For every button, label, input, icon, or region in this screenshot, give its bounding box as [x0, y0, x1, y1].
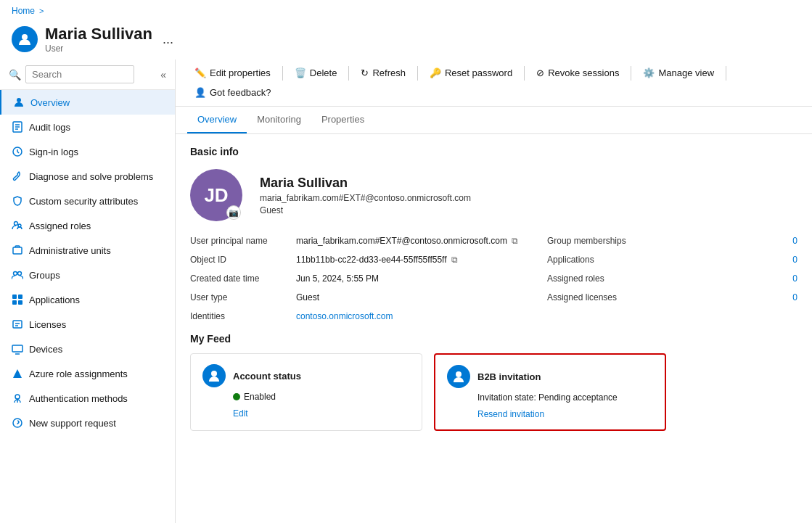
refresh-icon: ↻	[361, 67, 369, 78]
tab-overview[interactable]: Overview	[187, 107, 247, 133]
account-edit-link[interactable]: Edit	[233, 408, 248, 419]
key-icon: 🔑	[430, 67, 441, 78]
svg-point-26	[456, 371, 462, 377]
prop-upn: User principal name maria_fabrikam.com#E…	[190, 236, 518, 246]
sidebar-item-azure-roles[interactable]: Azure role assignments	[0, 361, 175, 386]
svg-rect-15	[18, 300, 22, 305]
apps-icon	[12, 294, 23, 305]
account-card-header: Account status	[202, 364, 410, 387]
svg-rect-14	[12, 300, 17, 305]
sidebar-item-azure-label: Azure role assignments	[29, 368, 128, 379]
roles-icon	[12, 220, 23, 231]
stat-assigned-roles: Assigned roles 0	[547, 273, 797, 284]
delete-icon: 🗑️	[295, 67, 306, 78]
properties-right: Group memberships 0 Applications 0 Assig…	[518, 236, 797, 321]
identities-link[interactable]: contoso.onmicrosoft.com	[296, 311, 393, 321]
sidebar-item-security-label: Custom security attributes	[29, 196, 138, 207]
sidebar-item-assigned-roles[interactable]: Assigned roles	[0, 213, 175, 238]
my-feed-title: My Feed	[190, 333, 797, 345]
camera-icon[interactable]: 📷	[226, 205, 241, 220]
sidebar-item-applications[interactable]: Applications	[0, 287, 175, 312]
sidebar-item-diagnose-label: Diagnose and solve problems	[29, 171, 153, 182]
svg-point-22	[15, 395, 20, 399]
manage-icon: ⚙️	[643, 67, 655, 78]
sidebar-item-groups-label: Groups	[29, 270, 60, 281]
edit-properties-button[interactable]: ✏️ Edit properties	[187, 64, 278, 82]
sidebar-item-audit-logs[interactable]: Audit logs	[0, 115, 175, 139]
header-title-block: Maria Sullivan User	[45, 25, 152, 54]
user-details: Maria Sullivan maria_fabrikam.com#EXT#@c…	[260, 169, 471, 221]
toolbar-separator-5	[631, 66, 631, 81]
reset-password-button[interactable]: 🔑 Reset password	[422, 64, 520, 82]
main-layout: 🔍 « Overview Audit logs Sign	[0, 59, 812, 523]
prop-object-id: Object ID 11bb11bb-cc22-dd33-ee44-55ff55…	[190, 255, 518, 265]
devices-icon	[12, 343, 23, 355]
sidebar-item-licenses[interactable]: Licenses	[0, 312, 175, 337]
groups-icon	[12, 269, 23, 281]
b2b-card-title: B2B invitation	[477, 371, 541, 382]
account-card-avatar	[202, 364, 226, 387]
tab-monitoring[interactable]: Monitoring	[247, 107, 311, 133]
sidebar-item-admin-units[interactable]: Administrative units	[0, 238, 175, 263]
app-container: Home > Maria Sullivan User ... 🔍 « Overv	[0, 0, 812, 523]
revoke-sessions-button[interactable]: ⊘ Revoke sessions	[529, 64, 626, 82]
toolbar-separator-2	[348, 66, 349, 81]
azure-icon	[12, 368, 23, 379]
sidebar-item-auth-methods[interactable]: Authentication methods	[0, 386, 175, 411]
sidebar-item-support[interactable]: New support request	[0, 411, 175, 435]
search-box: 🔍 «	[0, 59, 175, 90]
resend-invitation-link[interactable]: Resend invitation	[477, 409, 544, 419]
basic-info-title: Basic info	[190, 146, 797, 157]
tab-properties[interactable]: Properties	[311, 107, 374, 133]
more-options-button[interactable]: ...	[163, 32, 173, 47]
user-type-label: Guest	[260, 205, 471, 215]
sidebar-item-devices[interactable]: Devices	[0, 337, 175, 361]
search-input[interactable]	[25, 65, 134, 83]
b2b-status-row: Invitation state: Pending acceptance	[477, 392, 653, 403]
manage-view-button[interactable]: ⚙️ Manage view	[636, 64, 721, 82]
sidebar-item-apps-label: Applications	[29, 295, 80, 305]
refresh-button[interactable]: ↻ Refresh	[353, 64, 413, 82]
svg-rect-13	[18, 295, 22, 299]
sidebar-item-signin-logs[interactable]: Sign-in logs	[0, 139, 175, 164]
toolbar-separator-4	[524, 66, 525, 81]
page-title: Maria Sullivan	[45, 25, 152, 44]
log-icon	[12, 121, 23, 133]
sidebar-item-diagnose[interactable]: Diagnose and solve problems	[0, 164, 175, 189]
svg-point-24	[13, 419, 22, 427]
svg-point-7	[15, 222, 18, 226]
page-header: Maria Sullivan User ...	[0, 22, 812, 59]
account-card-title: Account status	[233, 371, 301, 382]
properties-left: User principal name maria_fabrikam.com#E…	[190, 236, 518, 321]
svg-rect-12	[12, 295, 17, 299]
sidebar-item-roles-label: Assigned roles	[29, 221, 91, 231]
svg-point-11	[18, 272, 22, 276]
feedback-button[interactable]: 👤 Got feedback?	[187, 83, 279, 102]
b2b-card-avatar	[447, 365, 470, 388]
b2b-status-text: Invitation state: Pending acceptance	[477, 392, 618, 403]
shield-icon	[12, 195, 23, 207]
breadcrumb: Home >	[0, 0, 812, 22]
toolbar-separator-1	[282, 66, 283, 81]
sidebar-item-licenses-label: Licenses	[29, 319, 66, 330]
sidebar-item-groups[interactable]: Groups	[0, 263, 175, 287]
sidebar-item-custom-security[interactable]: Custom security attributes	[0, 189, 175, 213]
prop-user-type: User type Guest	[190, 292, 518, 302]
copy-upn-icon[interactable]: ⧉	[512, 236, 518, 246]
sidebar-item-signin-label: Sign-in logs	[29, 147, 78, 157]
edit-icon: ✏️	[194, 67, 206, 78]
person-icon	[13, 96, 25, 108]
copy-objectid-icon[interactable]: ⧉	[451, 255, 458, 265]
b2b-card-action: Resend invitation	[477, 408, 653, 419]
account-card-action: Edit	[233, 408, 410, 419]
delete-button[interactable]: 🗑️ Delete	[287, 64, 345, 82]
prop-identities: Identities contoso.onmicrosoft.com	[190, 311, 518, 321]
collapse-button[interactable]: «	[160, 69, 166, 81]
breadcrumb-separator: >	[39, 7, 44, 15]
account-status-row: Enabled	[233, 392, 410, 402]
stat-group-memberships: Group memberships 0	[547, 236, 797, 246]
properties-grid: User principal name maria_fabrikam.com#E…	[190, 236, 797, 321]
sidebar-item-overview[interactable]: Overview	[0, 90, 175, 115]
sidebar-item-auth-label: Authentication methods	[29, 393, 128, 404]
breadcrumb-home[interactable]: Home	[12, 6, 35, 16]
